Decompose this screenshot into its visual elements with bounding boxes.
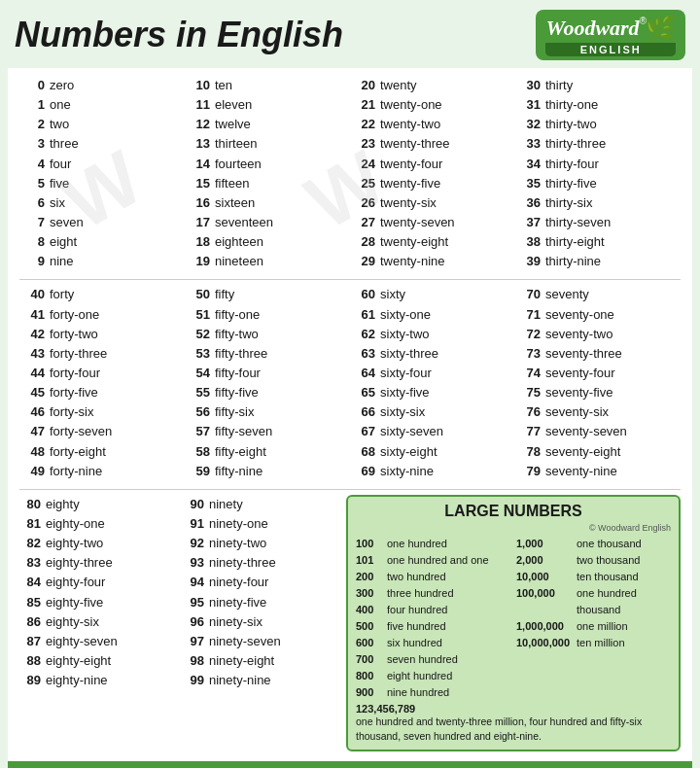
number-row: 34 thirty-four: [519, 155, 677, 174]
number: 32: [519, 115, 541, 134]
ln-word: two thousand: [577, 552, 640, 569]
number: 50: [189, 285, 210, 304]
number: 85: [19, 593, 41, 612]
number-row: 1 one: [23, 95, 181, 115]
ln-word: six hundred: [387, 635, 442, 651]
number-row: 90 ninety: [183, 495, 338, 514]
number: 33: [519, 134, 541, 154]
large-numbers-box: LARGE NUMBERS © Woodward English 100 one…: [346, 495, 681, 751]
number: 22: [354, 115, 375, 134]
ln-row: 10,000,000 ten million: [516, 635, 671, 651]
number-row: 17 seventeen: [189, 213, 346, 232]
number-row: 94 ninety-four: [183, 573, 338, 592]
word: twenty-five: [380, 174, 440, 193]
number-row: 26 twenty-six: [354, 193, 511, 213]
number-row: 67 sixty-seven: [354, 422, 511, 441]
ln-row: 2,000 two thousand: [516, 552, 671, 569]
number-column: 70 seventy 71 seventy-one 72 seventy-two…: [515, 285, 681, 480]
number: 91: [183, 514, 204, 534]
number-row: 56 fifty-six: [189, 402, 346, 422]
number: 96: [183, 612, 204, 632]
word: sixty: [380, 285, 405, 304]
footer: www.grammar.clwww.woodwardenglish.comwww…: [8, 761, 692, 768]
number-row: 41 forty-one: [23, 305, 181, 325]
content-area: W W 0 zero 1 one 2 two 3 three 4 four 5 …: [8, 68, 692, 761]
ln-num: 100: [356, 536, 387, 552]
number: 10: [189, 76, 210, 95]
number-row: 59 fifty-nine: [189, 462, 346, 481]
word: sixty-nine: [380, 462, 434, 481]
word: forty-nine: [50, 462, 102, 481]
number-row: 11 eleven: [189, 95, 346, 115]
ln-word: one million: [577, 618, 628, 635]
number-row: 31 thirty-one: [519, 95, 677, 115]
number-row: 79 seventy-nine: [519, 462, 677, 481]
ln-num: 400: [356, 602, 387, 618]
number-row: 54 fifty-four: [189, 364, 346, 383]
number: 47: [23, 422, 45, 441]
number: 95: [183, 593, 204, 612]
number-row: 21 twenty-one: [354, 95, 511, 115]
number: 48: [23, 442, 45, 462]
ln-word: one thousand: [577, 536, 642, 552]
number-row: 64 sixty-four: [354, 364, 511, 383]
number-row: 0 zero: [23, 76, 181, 95]
divider1: [19, 279, 681, 280]
number: 23: [354, 134, 375, 154]
number: 54: [189, 364, 210, 383]
number: 98: [183, 651, 204, 671]
word: ten: [215, 76, 232, 95]
number-row: 19 nineteen: [189, 252, 346, 271]
word: twenty-two: [380, 115, 440, 134]
number-row: 27 twenty-seven: [354, 213, 511, 232]
ln-right-col: 1,000 one thousand 2,000 two thousand 10…: [516, 536, 671, 701]
word: thirty-five: [545, 174, 597, 193]
word: nine: [50, 252, 74, 271]
word: forty-three: [50, 344, 107, 364]
number-row: 7 seven: [23, 213, 181, 232]
number: 35: [519, 174, 541, 193]
number-row: 77 seventy-seven: [519, 422, 677, 441]
word: thirty: [545, 76, 573, 95]
number-row: 13 thirteen: [189, 134, 346, 154]
number: 38: [519, 232, 541, 252]
number-column: 60 sixty 61 sixty-one 62 sixty-two 63 si…: [350, 285, 515, 480]
ln-row: 400 four hundred: [356, 602, 510, 618]
ln-num: 500: [356, 618, 387, 635]
word: twenty-eight: [380, 232, 448, 252]
number-row: 73 seventy-three: [519, 344, 677, 364]
number-column: 10 ten 11 eleven 12 twelve 13 thirteen 1…: [185, 76, 350, 271]
ln-word: three hundred: [387, 585, 454, 602]
word: forty: [50, 285, 74, 304]
number-row: 29 twenty-nine: [354, 252, 511, 271]
number: 3: [23, 134, 45, 154]
word: sixty-one: [380, 305, 431, 325]
word: ninety-five: [209, 593, 266, 612]
word: thirty-four: [545, 155, 599, 174]
number: 1: [23, 95, 45, 115]
number: 15: [189, 174, 210, 193]
number-row: 35 thirty-five: [519, 174, 677, 193]
word: zero: [50, 76, 74, 95]
number-row: 46 forty-six: [23, 402, 181, 422]
ln-word: nine hundred: [387, 684, 449, 701]
number: 25: [354, 174, 375, 193]
number-row: 81 eighty-one: [19, 514, 175, 534]
word: eighty: [46, 495, 80, 514]
word: seven: [50, 213, 84, 232]
word: ninety-two: [209, 534, 266, 553]
number-row: 91 ninety-one: [183, 514, 338, 534]
number: 82: [19, 534, 41, 553]
word: fifty-seven: [215, 422, 272, 441]
number-row: 80 eighty: [19, 495, 175, 514]
number-row: 99 ninety-nine: [183, 671, 338, 690]
number: 88: [19, 651, 41, 671]
number-row: 72 seventy-two: [519, 325, 677, 344]
number-row: 70 seventy: [519, 285, 677, 304]
word: forty-six: [50, 402, 94, 422]
number-row: 24 twenty-four: [354, 155, 511, 174]
number-row: 12 twelve: [189, 115, 346, 134]
word: fifty-four: [215, 364, 261, 383]
number: 55: [189, 383, 210, 402]
number-column: 0 zero 1 one 2 two 3 three 4 four 5 five…: [19, 76, 185, 271]
